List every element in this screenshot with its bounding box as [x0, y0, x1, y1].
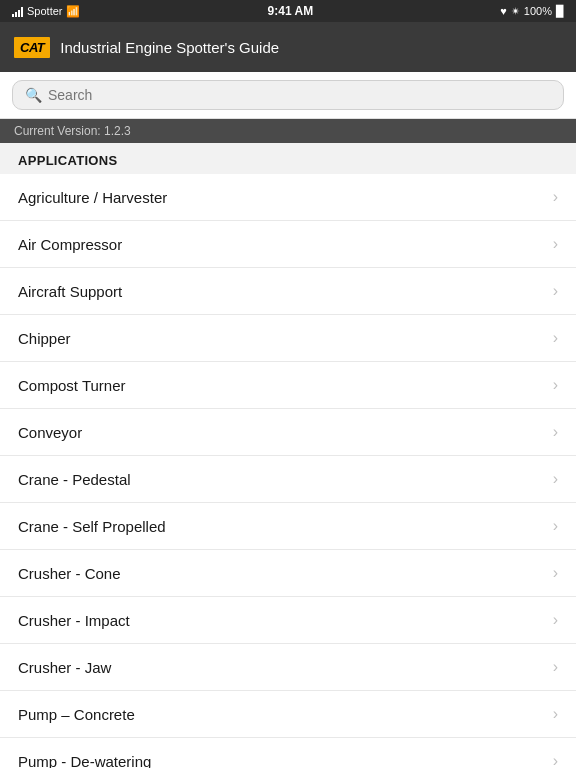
wifi-icon: 📶 [66, 5, 80, 18]
list-item-label: Crane - Self Propelled [18, 518, 166, 535]
list-item-label: Aircraft Support [18, 283, 122, 300]
list-item-label: Crane - Pedestal [18, 471, 131, 488]
chevron-right-icon: › [553, 611, 558, 629]
chevron-right-icon: › [553, 658, 558, 676]
chevron-right-icon: › [553, 517, 558, 535]
cat-logo: CAT [14, 37, 50, 58]
chevron-right-icon: › [553, 376, 558, 394]
chevron-right-icon: › [553, 188, 558, 206]
time-label: 9:41 AM [268, 4, 314, 18]
list-item[interactable]: Crane - Pedestal› [0, 456, 576, 503]
status-bar-left: Spotter 📶 [12, 5, 80, 18]
applications-list: Agriculture / Harvester›Air Compressor›A… [0, 174, 576, 768]
list-item-label: Crusher - Impact [18, 612, 130, 629]
list-item-label: Conveyor [18, 424, 82, 441]
list-item[interactable]: Crusher - Impact› [0, 597, 576, 644]
list-item-label: Agriculture / Harvester [18, 189, 167, 206]
list-item[interactable]: Aircraft Support› [0, 268, 576, 315]
status-bar-right: ♥ ✴ 100% ▉ [500, 5, 564, 18]
section-header: APPLICATIONS [0, 143, 576, 174]
list-item[interactable]: Conveyor› [0, 409, 576, 456]
chevron-right-icon: › [553, 752, 558, 768]
signal-icon [12, 5, 23, 17]
search-bar[interactable]: 🔍 [12, 80, 564, 110]
list-item[interactable]: Crane - Self Propelled› [0, 503, 576, 550]
status-bar: Spotter 📶 9:41 AM ♥ ✴ 100% ▉ [0, 0, 576, 22]
chevron-right-icon: › [553, 282, 558, 300]
chevron-right-icon: › [553, 470, 558, 488]
carrier-label: Spotter [27, 5, 62, 17]
list-item[interactable]: Crusher - Cone› [0, 550, 576, 597]
list-item[interactable]: Pump - De-watering› [0, 738, 576, 768]
chevron-right-icon: › [553, 564, 558, 582]
search-input[interactable] [48, 87, 551, 103]
battery-label: 100% [524, 5, 552, 17]
list-item-label: Compost Turner [18, 377, 126, 394]
list-item-label: Crusher - Cone [18, 565, 121, 582]
search-container: 🔍 [0, 72, 576, 119]
list-item[interactable]: Compost Turner› [0, 362, 576, 409]
app-title: Industrial Engine Spotter's Guide [60, 39, 279, 56]
chevron-right-icon: › [553, 235, 558, 253]
battery-icon: ▉ [556, 5, 564, 18]
list-item[interactable]: Crusher - Jaw› [0, 644, 576, 691]
version-bar: Current Version: 1.2.3 [0, 119, 576, 143]
bluetooth-icon: ✴ [511, 5, 520, 18]
list-item-label: Pump – Concrete [18, 706, 135, 723]
app-header: CAT Industrial Engine Spotter's Guide [0, 22, 576, 72]
list-item[interactable]: Chipper› [0, 315, 576, 362]
list-item[interactable]: Pump – Concrete› [0, 691, 576, 738]
chevron-right-icon: › [553, 705, 558, 723]
list-item-label: Chipper [18, 330, 71, 347]
list-item-label: Crusher - Jaw [18, 659, 111, 676]
search-icon: 🔍 [25, 87, 42, 103]
list-item-label: Pump - De-watering [18, 753, 151, 769]
version-label: Current Version: 1.2.3 [14, 124, 131, 138]
chevron-right-icon: › [553, 423, 558, 441]
chevron-right-icon: › [553, 329, 558, 347]
heart-icon: ♥ [500, 5, 507, 17]
list-item[interactable]: Air Compressor› [0, 221, 576, 268]
list-item[interactable]: Agriculture / Harvester› [0, 174, 576, 221]
list-item-label: Air Compressor [18, 236, 122, 253]
